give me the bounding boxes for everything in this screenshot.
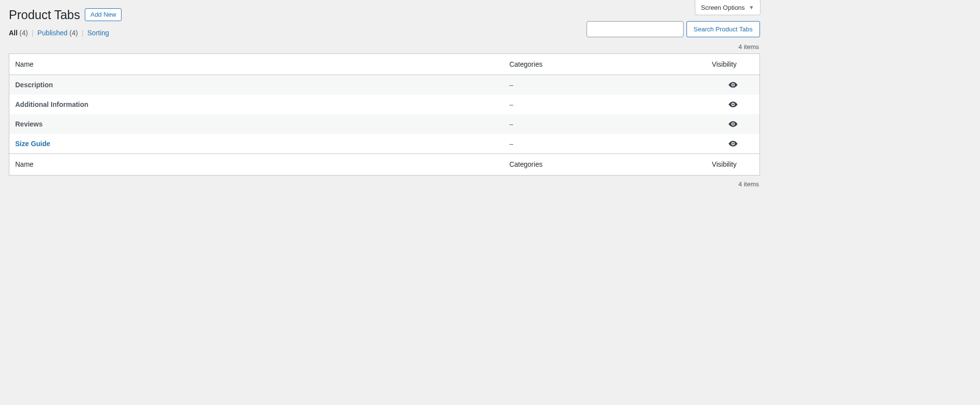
screen-options-button[interactable]: Screen Options ▼ <box>695 0 761 15</box>
col-header-categories[interactable]: Categories <box>504 54 707 76</box>
items-count-top: 4 items <box>9 43 760 51</box>
page-title: Product Tabs <box>9 7 80 23</box>
col-footer-visibility[interactable]: Visibility <box>707 153 760 175</box>
table-row: Size Guide – <box>9 134 760 153</box>
items-count-bottom: 4 items <box>9 180 760 188</box>
row-categories: – <box>504 75 707 95</box>
add-new-button[interactable]: Add New <box>85 8 122 21</box>
row-categories: – <box>504 114 707 134</box>
product-tabs-table: Name Categories Visibility Description –… <box>9 53 760 176</box>
table-row: Additional Information – <box>9 95 760 114</box>
row-name[interactable]: Size Guide <box>9 134 504 153</box>
screen-options-label: Screen Options <box>701 4 745 11</box>
col-footer-categories[interactable]: Categories <box>504 153 707 175</box>
filter-published[interactable]: Published (4) <box>37 29 79 37</box>
table-row: Description – <box>9 75 760 95</box>
row-visibility[interactable] <box>707 75 760 95</box>
col-footer-name[interactable]: Name <box>9 153 504 175</box>
chevron-down-icon: ▼ <box>749 4 754 10</box>
col-header-visibility[interactable]: Visibility <box>707 54 760 76</box>
row-categories: – <box>504 134 707 153</box>
filter-all[interactable]: All (4) <box>9 29 30 37</box>
row-visibility[interactable] <box>707 114 760 134</box>
search-button[interactable]: Search Product Tabs <box>686 21 760 37</box>
row-categories: – <box>504 95 707 114</box>
table-row: Reviews – <box>9 114 760 134</box>
eye-icon <box>712 80 755 90</box>
col-header-name[interactable]: Name <box>9 54 504 76</box>
row-name[interactable]: Description <box>9 75 504 95</box>
row-name[interactable]: Reviews <box>9 114 504 134</box>
row-visibility[interactable] <box>707 95 760 114</box>
row-visibility[interactable] <box>707 134 760 153</box>
eye-icon <box>712 119 755 129</box>
eye-icon <box>712 139 755 149</box>
search-input[interactable] <box>587 21 684 37</box>
eye-icon <box>712 100 755 109</box>
row-name[interactable]: Additional Information <box>9 95 504 114</box>
filter-sorting[interactable]: Sorting <box>87 29 109 37</box>
